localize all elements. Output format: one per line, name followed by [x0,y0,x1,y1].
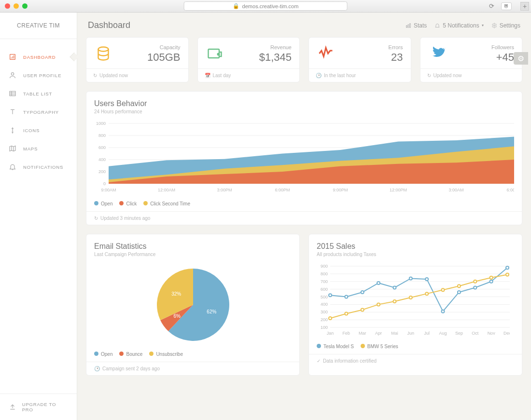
brand-logo[interactable]: CREATIVE TIM [0,13,77,39]
svg-text:Mar: Mar [359,331,366,336]
window-controls[interactable] [5,3,28,9]
svg-rect-2 [10,91,15,95]
svg-point-72 [474,280,476,283]
reload-icon[interactable]: ⟳ [489,2,494,10]
table-icon [9,90,16,97]
svg-text:Dec: Dec [503,331,510,336]
svg-text:12:00PM: 12:00PM [390,188,407,192]
sidebar-item-dashboard[interactable]: DASHBOARD [0,48,77,66]
settings-link[interactable]: Settings [491,22,520,29]
pie-chart: 62%6%32% [145,264,241,346]
svg-point-64 [345,312,348,315]
settings-gear-float[interactable]: ⚙ [514,52,528,65]
sidebar-item-maps[interactable]: MAPS [0,139,77,158]
svg-text:62%: 62% [207,309,216,314]
svg-point-6 [493,25,495,26]
legend-item: Tesla Model S [317,344,354,349]
stat-footer: ↻Updated now [86,68,188,82]
email-footer: 🕑 Campaign sent 2 days ago [86,362,299,375]
nav-label: TYPOGRAPHY [23,109,59,115]
svg-text:100: 100 [321,325,328,330]
svg-text:900: 900 [321,264,328,269]
legend-item: Click Second Time [143,201,190,206]
stats-link[interactable]: Stats [405,22,427,29]
lock-icon: 🔒 [233,3,239,9]
stat-footer: ↻Updated now [420,68,522,82]
svg-text:Jun: Jun [407,331,415,336]
stat-icon [94,44,112,63]
user-icon [9,71,16,79]
svg-point-57 [425,278,428,281]
sidebar-item-user-profile[interactable]: USER PROFILE [0,66,77,84]
sales-card: 2015 Sales All products including Taxes … [308,234,522,376]
new-tab-button[interactable]: + [520,2,529,11]
upgrade-link[interactable]: UPGRADE TO PRO [0,393,77,420]
legend-item: Unsubscribe [149,352,183,357]
shield-button[interactable]: ⛨ [501,2,512,10]
chart-icon [405,23,411,28]
svg-text:6:00PM: 6:00PM [275,188,290,192]
stat-label: Capacity [118,44,181,50]
svg-text:400: 400 [98,157,106,162]
svg-point-63 [329,317,332,320]
svg-point-59 [458,291,461,294]
nav-label: MAPS [23,146,38,151]
svg-text:Mai: Mai [391,331,398,336]
sales-footer: ✓ Data information certified [309,354,522,367]
address-bar[interactable]: 🔒 demos.creative-tim.com [184,1,348,11]
svg-text:300: 300 [321,310,328,314]
area-chart: 020040060080010009:00AM12:00AM3:00PM6:00… [94,121,514,193]
stat-icon [317,44,335,63]
pen-icon [9,126,16,134]
svg-text:6:00AM: 6:00AM [506,188,514,192]
upload-icon [9,403,16,411]
svg-point-61 [490,280,493,283]
stat-footer: 📅Last day [198,68,300,82]
svg-point-65 [361,308,364,311]
legend-item: Open [94,352,112,357]
notifications-dropdown[interactable]: 5 Notifications ▾ [434,22,483,29]
email-legend: OpenBounceUnsubscribe [94,352,292,357]
topbar: Dashboard Stats 5 Notifications ▾ Settin… [86,13,522,37]
stat-card-revenue: Revenue $1,345 📅Last day [197,37,300,82]
svg-point-67 [393,300,396,303]
stat-footer: 🕑In the last hour [309,68,411,82]
svg-point-55 [393,286,396,289]
stats-row: Capacity 105GB ↻Updated now Revenue $1,3… [86,37,522,82]
chart-subtitle: Last Campaign Performance [94,252,292,257]
svg-point-66 [377,303,380,306]
svg-text:Aug: Aug [439,331,447,336]
stat-card-errors: Errors 23 🕑In the last hour [308,37,411,82]
chevron-down-icon: ▾ [482,23,484,27]
svg-text:500: 500 [321,295,328,299]
svg-text:600: 600 [98,145,106,150]
svg-point-74 [506,273,509,276]
sidebar-item-notifications[interactable]: NOTIFICATIONS [0,158,77,176]
svg-text:Apr: Apr [375,331,382,336]
svg-text:3:00PM: 3:00PM [217,188,232,192]
legend-item: BMW 5 Series [361,344,398,349]
sidebar-item-typography[interactable]: TYPOGRAPHY [0,103,77,121]
sidebar-item-table-list[interactable]: TABLE LIST [0,84,77,103]
stat-card-followers: Followers +45 ↻Updated now [420,37,523,82]
svg-point-54 [377,282,380,285]
svg-point-7 [98,47,109,52]
svg-text:Nov: Nov [488,331,496,336]
svg-rect-3 [406,26,407,27]
svg-point-53 [361,291,364,294]
svg-point-51 [329,294,332,297]
nav-label: USER PROFILE [23,73,61,78]
svg-text:3:00AM: 3:00AM [448,188,463,192]
svg-rect-4 [408,25,409,27]
stat-icon [206,44,224,63]
svg-text:1000: 1000 [96,121,106,126]
sidebar-item-icons[interactable]: ICONS [0,121,77,139]
svg-text:Jan: Jan [327,331,334,336]
refresh-icon: ↻ [94,216,98,221]
nav-label: ICONS [23,128,40,133]
svg-text:200: 200 [98,169,106,174]
svg-point-70 [442,288,445,291]
svg-text:Feb: Feb [343,331,350,336]
footer-icon: ↻ [427,73,431,78]
upgrade-label: UPGRADE TO PRO [22,402,68,412]
